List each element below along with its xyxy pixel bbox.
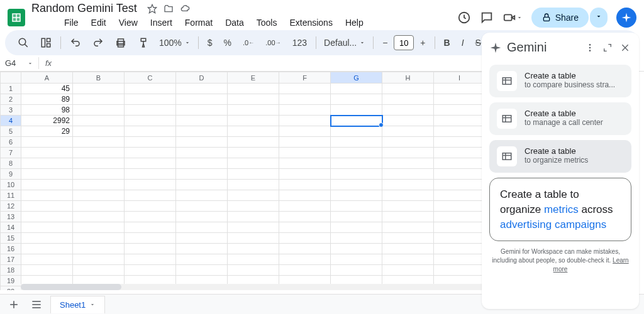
cell-G17[interactable] <box>331 254 382 265</box>
cell-C10[interactable] <box>125 180 176 190</box>
gemini-prompt-input[interactable]: Create a table to organize metrics acros… <box>489 178 631 241</box>
move-icon[interactable] <box>164 4 174 14</box>
cell-F5[interactable] <box>279 126 331 137</box>
search-menus-icon[interactable] <box>13 33 34 52</box>
cell-C8[interactable] <box>125 158 176 169</box>
cell-A4[interactable]: 2992 <box>21 116 73 126</box>
cell-B4[interactable] <box>73 116 125 126</box>
cell-G10[interactable] <box>331 180 382 190</box>
cell-C14[interactable] <box>125 222 176 233</box>
cell-F18[interactable] <box>279 265 331 276</box>
cell-D7[interactable] <box>176 148 228 158</box>
cell-H13[interactable] <box>382 212 434 222</box>
suggestion-card[interactable]: Create a tableto manage a call center <box>489 102 631 135</box>
cell-A17[interactable] <box>21 254 73 265</box>
cell-D16[interactable] <box>176 244 228 254</box>
cell-E17[interactable] <box>228 254 279 265</box>
cell-F3[interactable] <box>279 105 331 116</box>
cell-H8[interactable] <box>382 158 434 169</box>
cell-E1[interactable] <box>228 84 279 94</box>
cell-I14[interactable] <box>434 222 486 233</box>
cell-C6[interactable] <box>125 137 176 148</box>
cell-A9[interactable] <box>21 169 73 180</box>
cell-A2[interactable]: 89 <box>21 94 73 105</box>
cell-I2[interactable] <box>434 94 486 105</box>
cell-B5[interactable] <box>73 126 125 137</box>
cell-B18[interactable] <box>73 265 125 276</box>
cell-I6[interactable] <box>434 137 486 148</box>
cell-H17[interactable] <box>382 254 434 265</box>
document-title[interactable]: Random Gemini Test <box>31 2 137 15</box>
cell-I5[interactable] <box>434 126 486 137</box>
cell-E3[interactable] <box>228 105 279 116</box>
paint-format-icon[interactable] <box>133 33 154 52</box>
name-box[interactable]: G4 <box>0 57 39 69</box>
meet-icon[interactable] <box>502 11 523 24</box>
cell-H4[interactable] <box>382 116 434 126</box>
menu-insert[interactable]: Insert <box>145 15 177 30</box>
cell-A18[interactable] <box>21 265 73 276</box>
cell-D11[interactable] <box>176 190 228 201</box>
history-icon[interactable] <box>457 11 471 24</box>
cell-F14[interactable] <box>279 222 331 233</box>
cell-G7[interactable] <box>331 148 382 158</box>
cell-C7[interactable] <box>125 148 176 158</box>
cell-D15[interactable] <box>176 233 228 244</box>
decrease-decimal-button[interactable]: .0← <box>238 35 259 50</box>
currency-button[interactable]: $ <box>203 34 218 51</box>
cell-F15[interactable] <box>279 233 331 244</box>
cell-C16[interactable] <box>125 244 176 254</box>
cell-H5[interactable] <box>382 126 434 137</box>
share-dropdown[interactable] <box>590 8 608 28</box>
cell-G13[interactable] <box>331 212 382 222</box>
cell-A12[interactable] <box>21 201 73 212</box>
cell-C11[interactable] <box>125 190 176 201</box>
cell-E13[interactable] <box>228 212 279 222</box>
cell-E10[interactable] <box>228 180 279 190</box>
cloud-status-icon[interactable] <box>180 4 190 14</box>
font-select[interactable]: Defaul... <box>320 35 369 50</box>
cell-G8[interactable] <box>331 158 382 169</box>
cell-E8[interactable] <box>228 158 279 169</box>
menu-edit[interactable]: Edit <box>86 15 111 30</box>
cell-E18[interactable] <box>228 265 279 276</box>
cell-I10[interactable] <box>434 180 486 190</box>
cell-A6[interactable] <box>21 137 73 148</box>
cell-B13[interactable] <box>73 212 125 222</box>
menu-extensions[interactable]: Extensions <box>284 15 337 30</box>
cell-H11[interactable] <box>382 190 434 201</box>
cell-A1[interactable]: 45 <box>21 84 73 94</box>
menu-data[interactable]: Data <box>220 15 249 30</box>
cell-E11[interactable] <box>228 190 279 201</box>
cell-D5[interactable] <box>176 126 228 137</box>
zoom-select[interactable]: 100% <box>155 35 194 50</box>
italic-button[interactable]: I <box>457 34 469 51</box>
comment-icon[interactable] <box>480 11 494 24</box>
add-sheet-button[interactable] <box>5 296 23 313</box>
bold-button[interactable]: B <box>439 34 455 51</box>
cell-F16[interactable] <box>279 244 331 254</box>
cell-C15[interactable] <box>125 233 176 244</box>
cell-A15[interactable] <box>21 233 73 244</box>
cell-A3[interactable]: 98 <box>21 105 73 116</box>
cell-B2[interactable] <box>73 94 125 105</box>
cell-A14[interactable] <box>21 222 73 233</box>
cell-E7[interactable] <box>228 148 279 158</box>
cell-B16[interactable] <box>73 244 125 254</box>
cell-A5[interactable]: 29 <box>21 126 73 137</box>
cell-D18[interactable] <box>176 265 228 276</box>
cell-I1[interactable] <box>434 84 486 94</box>
cell-H18[interactable] <box>382 265 434 276</box>
cell-I3[interactable] <box>434 105 486 116</box>
cell-G16[interactable] <box>331 244 382 254</box>
cell-G9[interactable] <box>331 169 382 180</box>
cell-C9[interactable] <box>125 169 176 180</box>
cell-D3[interactable] <box>176 105 228 116</box>
spreadsheet-grid[interactable]: ABCDEFGHI1452893984299252967891011121314… <box>0 72 486 290</box>
cell-B8[interactable] <box>73 158 125 169</box>
cell-B3[interactable] <box>73 105 125 116</box>
cell-F9[interactable] <box>279 169 331 180</box>
cell-I12[interactable] <box>434 201 486 212</box>
cell-E5[interactable] <box>228 126 279 137</box>
cell-E6[interactable] <box>228 137 279 148</box>
